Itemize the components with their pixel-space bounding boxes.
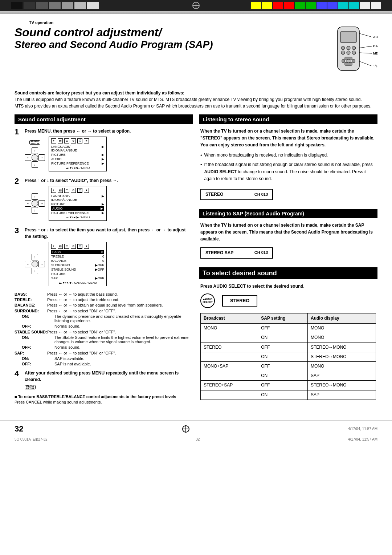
bottom-crosshair	[182, 425, 189, 433]
step3-text: Press ↑ or ↓ to select the item you want…	[25, 227, 193, 240]
left-arrow-btn[interactable]: ←	[25, 154, 31, 161]
table-cell-broadcast	[201, 352, 258, 361]
table-cell-sap: ON	[258, 352, 308, 361]
menu-setup-button[interactable]: MENU/SETUP	[29, 140, 40, 145]
step1-number: 1	[15, 128, 22, 136]
table-cell-sap: OFF	[258, 381, 308, 390]
down-arrow-btn3[interactable]: ↓	[32, 268, 38, 274]
svg-line-13	[359, 33, 372, 37]
step4-text: After your desired setting press MENU re…	[25, 370, 193, 383]
table-cell-audio: STEREO↔MONO	[307, 352, 376, 361]
table-cell-sap: ON	[258, 371, 308, 381]
svg-rect-1	[340, 32, 356, 42]
menu-screen-step1: ✦ 🖼 ☰ ⚙ 🎵 ★ LANGUAGE/IDIOMA/LANGUE▶ PICT…	[49, 137, 107, 171]
down-arrow-btn2[interactable]: ↓	[32, 207, 38, 214]
footer-center-page: 32	[196, 437, 200, 441]
svg-point-7	[352, 51, 356, 54]
page-title-main: Sound control adjustment/	[15, 26, 314, 39]
table-cell-sap: ON	[258, 333, 308, 343]
step4-number: 4	[15, 370, 22, 378]
step2-text: Press ↑ or ↓ to select "AUDIO", then pre…	[25, 177, 193, 184]
sap-display: STEREO SAP CH 013	[200, 247, 273, 259]
table-row: ONSTEREO↔MONO	[201, 352, 376, 361]
sap-section: Listening to SAP (Second Audio Program) …	[199, 209, 377, 262]
table-cell-audio: SAP	[307, 371, 376, 381]
audio-display: STEREO	[222, 295, 257, 307]
left-arrow-btn2[interactable]: ←	[25, 200, 31, 207]
table-cell-audio: MONO	[307, 324, 376, 333]
right-arrow-btn2[interactable]: →	[38, 200, 45, 207]
table-cell-sap: ON	[258, 390, 308, 400]
table-cell-broadcast	[201, 333, 258, 343]
stereo-section: Listening to stereo sound When the TV is…	[199, 114, 377, 203]
svg-text:AUDIO SELECT: AUDIO SELECT	[373, 35, 377, 39]
menu-screen-step2: ✦ 🖼 ☰ ⚙ 🎵 ★ LANGUAGE/IDIOMA/LANGUE▶ PICT…	[49, 186, 107, 221]
audio-table: Broadcast SAP setting Audio display MONO…	[200, 313, 376, 400]
page-number: 32	[15, 424, 23, 434]
svg-point-5	[341, 51, 345, 54]
col-broadcast: Broadcast	[201, 313, 258, 324]
footer-right-date: 4/17/04, 11:57 AM	[348, 437, 377, 441]
center-btn3[interactable]	[32, 261, 38, 267]
svg-rect-11	[352, 60, 355, 62]
header-stripe	[0, 11, 392, 14]
select-sound-section: To select desired sound Press AUDIO SELE…	[199, 267, 377, 400]
right-arrow-btn[interactable]: →	[38, 154, 45, 161]
table-cell-broadcast: STEREO	[201, 343, 258, 352]
tv-operation-label: TV operation	[15, 17, 377, 26]
up-arrow-btn3[interactable]: ↑	[32, 254, 38, 260]
up-arrow-btn[interactable]: ↑	[32, 147, 38, 154]
table-cell-broadcast	[201, 390, 258, 400]
center-btn[interactable]	[32, 154, 38, 161]
table-cell-audio: MONO	[307, 361, 376, 371]
svg-point-2	[341, 46, 345, 50]
table-cell-audio: STEREO↔MONO	[307, 343, 376, 352]
center-btn2[interactable]	[32, 200, 38, 207]
table-cell-broadcast: STEREO+SAP	[201, 381, 258, 390]
menu-screen-step3: ✦ 🖼 ☰ ⚙ 🎵 ★ BASS0 TREBLE0 BALANCE0 SURRO…	[49, 242, 107, 286]
svg-point-12	[347, 59, 350, 63]
left-arrow-btn3[interactable]: ←	[25, 261, 31, 267]
footer-right: 4/17/04, 11:57 AM	[348, 427, 377, 431]
step3-number: 3	[15, 227, 22, 235]
table-cell-broadcast: MONO+SAP	[201, 361, 258, 371]
table-cell-audio: SAP	[307, 390, 376, 400]
svg-text:↑/↓/←/→: ↑/↓/←/→	[373, 64, 377, 68]
right-arrow-btn3[interactable]: →	[38, 261, 45, 267]
table-cell-sap: OFF	[258, 324, 308, 333]
col-audio-display: Audio display	[307, 313, 376, 324]
table-row: ONMONO	[201, 333, 376, 343]
step1-text: Press MENU, then press ← or → to select …	[25, 128, 193, 134]
table-cell-sap: OFF	[258, 361, 308, 371]
menu-setup-button4[interactable]: MENU/SETUP	[25, 385, 36, 389]
svg-point-6	[347, 51, 350, 54]
table-row: STEREOOFFSTEREO↔MONO	[201, 343, 376, 352]
table-row: MONOOFFMONO	[201, 324, 376, 333]
note-section: ■ To return BASS/TREBLE/BALANCE control …	[15, 394, 193, 404]
audio-select-button[interactable]: ●AUDIOSELECT	[200, 293, 215, 308]
remote-diagram: AUDIO SELECT CANCEL MENU ↑/↓/←/→	[319, 26, 377, 85]
down-arrow-btn[interactable]: ↓	[32, 161, 38, 168]
svg-line-15	[359, 46, 372, 48]
crosshair-icon	[192, 2, 200, 9]
svg-text:MENU: MENU	[373, 52, 377, 55]
table-row: ONSAP	[201, 371, 376, 381]
table-cell-broadcast: MONO	[201, 324, 258, 333]
up-arrow-btn2[interactable]: ↑	[32, 193, 38, 200]
top-pattern-bar	[0, 0, 392, 11]
table-cell-sap: OFF	[258, 343, 308, 352]
step2-number: 2	[15, 177, 22, 185]
stereo-display: STEREO CH 013	[200, 189, 273, 200]
table-cell-audio: STEREO↔MONO	[307, 381, 376, 390]
intro-section: Sound controls are factory preset but yo…	[15, 90, 377, 109]
sound-control-header: Sound control adjustment	[15, 114, 193, 124]
col-sap-setting: SAP setting	[258, 313, 308, 324]
svg-line-19	[359, 61, 372, 66]
svg-rect-10	[342, 60, 345, 62]
bottom-bar: 32 4/17/04, 11:57 AM	[0, 420, 392, 437]
svg-text:CANCEL: CANCEL	[373, 44, 377, 48]
table-row: MONO+SAPOFFMONO	[201, 361, 376, 371]
table-row: STEREO+SAPOFFSTEREO↔MONO	[201, 381, 376, 390]
table-cell-broadcast	[201, 371, 258, 381]
footer-left-code: 5Q 0501A [E]p27-32	[15, 437, 48, 441]
